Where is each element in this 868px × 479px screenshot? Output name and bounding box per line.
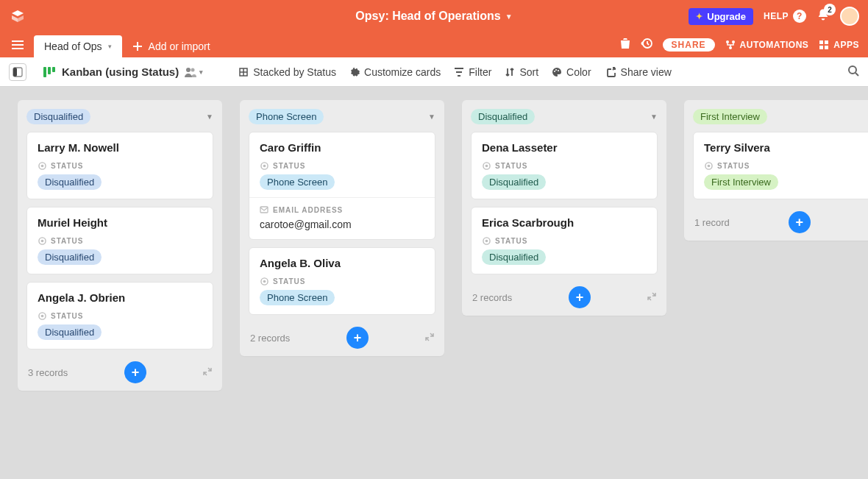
record-card[interactable]: Erica ScarbroughSTATUSDisqualified xyxy=(471,207,658,274)
card-title: Caro Griffin xyxy=(260,141,424,154)
tab-head-of-ops[interactable]: Head of Ops ▾ xyxy=(34,35,122,57)
stacked-by-label: Stacked by Status xyxy=(253,66,336,78)
svg-rect-17 xyxy=(13,68,17,77)
card-title: Angela B. Oliva xyxy=(260,257,424,269)
stacked-by-button[interactable]: Stacked by Status xyxy=(238,66,336,78)
svg-point-28 xyxy=(558,70,559,71)
svg-point-32 xyxy=(40,164,43,167)
field-label-status: STATUS xyxy=(260,277,424,285)
status-field-icon xyxy=(260,161,268,170)
base-title: Opsy: Head of Operations xyxy=(355,10,500,23)
svg-point-11 xyxy=(729,46,732,49)
add-record-button[interactable]: + xyxy=(124,361,146,383)
view-switcher[interactable]: Kanban (using Status) ▾ xyxy=(43,65,203,79)
record-card[interactable]: Caro GriffinSTATUSPhone ScreenEMAIL ADDR… xyxy=(249,132,435,240)
field-label-status: STATUS xyxy=(704,161,868,170)
record-card[interactable]: Muriel HeightSTATUSDisqualified xyxy=(26,207,213,274)
share-view-button[interactable]: Share view xyxy=(606,66,672,78)
trash-icon[interactable] xyxy=(620,38,630,52)
collaborators-icon: ▾ xyxy=(185,67,203,77)
chevron-down-icon: ▾ xyxy=(108,43,112,50)
toggle-sidebar-button[interactable] xyxy=(9,63,26,81)
filter-button[interactable]: Filter xyxy=(454,66,491,78)
svg-line-30 xyxy=(855,73,858,76)
status-pill: Disqualified xyxy=(482,174,546,190)
svg-point-45 xyxy=(485,239,488,242)
kanban-column: Disqualified▼Dena LasseterSTATUSDisquali… xyxy=(462,100,666,316)
card-title: Terry Silvera xyxy=(704,141,868,154)
tab-label: Head of Ops xyxy=(44,40,102,52)
history-icon[interactable] xyxy=(641,38,652,52)
record-card[interactable]: Dena LasseterSTATUSDisqualified xyxy=(471,132,658,199)
collapse-column-icon[interactable] xyxy=(425,333,434,344)
color-button[interactable]: Color xyxy=(552,66,591,78)
column-header-pill[interactable]: Phone Screen xyxy=(249,109,324,124)
share-icon xyxy=(606,67,616,77)
svg-point-22 xyxy=(191,68,195,71)
filter-label: Filter xyxy=(469,66,491,78)
card-title: Dena Lasseter xyxy=(482,141,647,154)
upgrade-button[interactable]: ✦ Upgrade xyxy=(689,8,753,25)
sort-icon xyxy=(505,67,515,77)
customize-label: Customize cards xyxy=(364,66,441,78)
add-or-import-button[interactable]: Add or import xyxy=(132,40,210,52)
field-label-status: STATUS xyxy=(260,161,424,170)
add-record-button[interactable]: + xyxy=(569,286,591,308)
apps-button[interactable]: APPS xyxy=(819,40,859,50)
svg-rect-20 xyxy=(52,67,55,72)
record-count: 3 records xyxy=(28,367,68,378)
app-logo-icon[interactable] xyxy=(9,7,26,25)
record-card[interactable]: Angela B. OlivaSTATUSPhone Screen xyxy=(249,247,435,315)
svg-point-27 xyxy=(555,69,557,71)
menu-icon[interactable] xyxy=(9,36,26,54)
gear-icon xyxy=(349,67,360,77)
svg-rect-15 xyxy=(825,46,828,49)
automations-label: AUTOMATIONS xyxy=(740,40,809,50)
notification-count-badge: 2 xyxy=(824,4,836,15)
help-button[interactable]: HELP ? xyxy=(764,10,806,23)
add-record-button[interactable]: + xyxy=(346,327,369,349)
user-avatar[interactable] xyxy=(840,7,859,26)
search-button[interactable] xyxy=(847,65,859,79)
apps-icon xyxy=(819,40,829,50)
svg-marker-0 xyxy=(12,10,24,16)
status-pill: Disqualified xyxy=(38,249,102,265)
add-import-label: Add or import xyxy=(149,40,210,52)
card-title: Larry M. Nowell xyxy=(38,141,202,154)
color-icon xyxy=(552,67,562,77)
field-label-status: STATUS xyxy=(38,311,202,320)
record-card[interactable]: Angela J. ObrienSTATUSDisqualified xyxy=(26,282,213,350)
svg-point-26 xyxy=(554,71,555,72)
automations-button[interactable]: AUTOMATIONS xyxy=(725,40,809,50)
collapse-column-icon[interactable] xyxy=(203,367,212,378)
record-card[interactable]: Larry M. NowellSTATUSDisqualified xyxy=(26,132,213,199)
status-field-icon xyxy=(260,277,268,285)
sort-label: Sort xyxy=(519,66,538,78)
record-count: 2 records xyxy=(250,333,290,344)
base-title-dropdown[interactable]: Opsy: Head of Operations ▼ xyxy=(355,10,512,23)
email-field-icon xyxy=(260,205,268,214)
question-icon: ? xyxy=(793,10,806,23)
chevron-down-icon: ▾ xyxy=(199,68,203,76)
column-menu-caret[interactable]: ▼ xyxy=(428,113,435,121)
record-card[interactable]: Terry SilveraSTATUSFirst Interview xyxy=(693,132,868,199)
status-field-icon xyxy=(482,236,491,245)
customize-cards-button[interactable]: Customize cards xyxy=(349,66,441,78)
status-pill: Phone Screen xyxy=(260,290,335,305)
column-header-pill[interactable]: First Interview xyxy=(693,109,767,124)
add-record-button[interactable]: + xyxy=(789,211,811,233)
collapse-column-icon[interactable] xyxy=(647,292,656,303)
share-button[interactable]: SHARE xyxy=(663,38,715,52)
svg-point-41 xyxy=(263,280,266,283)
color-label: Color xyxy=(566,66,591,78)
status-field-icon xyxy=(704,161,713,170)
column-header-pill[interactable]: Disqualified xyxy=(26,109,90,124)
caret-down-icon: ▼ xyxy=(505,13,513,21)
sort-button[interactable]: Sort xyxy=(505,66,538,78)
column-header-pill[interactable]: Disqualified xyxy=(471,109,535,124)
column-menu-caret[interactable]: ▼ xyxy=(206,113,213,121)
field-label-email: EMAIL ADDRESS xyxy=(260,205,424,214)
help-label: HELP xyxy=(764,11,789,21)
column-menu-caret[interactable]: ▼ xyxy=(650,113,658,121)
notifications-button[interactable]: 2 xyxy=(817,8,830,24)
